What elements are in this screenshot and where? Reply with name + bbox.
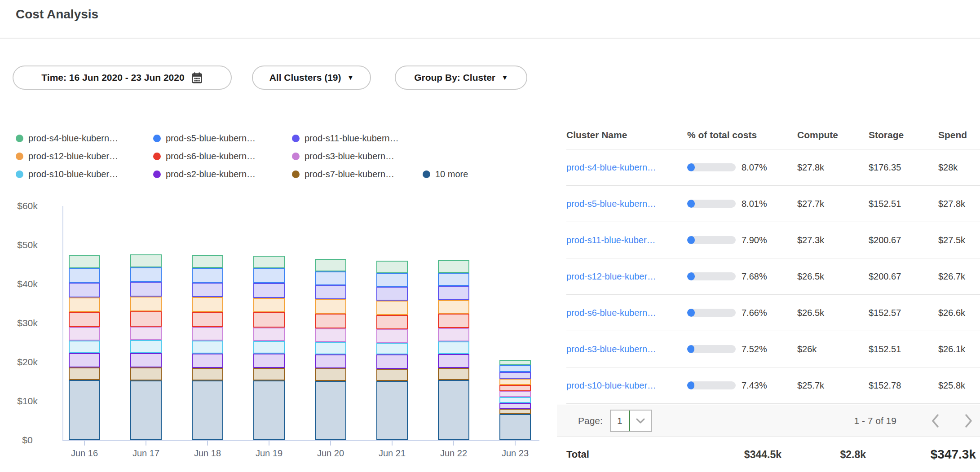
bar-segment[interactable]: [192, 312, 223, 327]
legend-item[interactable]: prod-s4-blue-kubern…: [16, 133, 153, 144]
bar-segment[interactable]: [192, 283, 223, 297]
bar-segment[interactable]: [376, 301, 408, 315]
bar-jun-18[interactable]: [192, 255, 223, 440]
cluster-name-link[interactable]: prod-s6-blue-kubern…: [566, 308, 687, 318]
bar-segment[interactable]: [130, 311, 162, 327]
bar-segment[interactable]: [315, 314, 346, 328]
bar-segment[interactable]: [69, 283, 100, 297]
legend-item[interactable]: prod-s2-blue-kubern…: [153, 169, 292, 179]
bar-segment[interactable]: [499, 385, 531, 392]
bar-segment[interactable]: [376, 329, 408, 343]
bar-jun-22[interactable]: [438, 260, 469, 440]
bar-segment[interactable]: [130, 267, 162, 282]
bar-segment[interactable]: [376, 369, 408, 381]
bar-segment[interactable]: [438, 354, 469, 368]
bar-segment[interactable]: [438, 273, 469, 286]
bar-segment[interactable]: [130, 327, 162, 340]
bar-segment[interactable]: [253, 380, 285, 440]
bar-segment[interactable]: [192, 327, 223, 341]
bar-segment[interactable]: [376, 273, 408, 287]
bar-segment[interactable]: [376, 261, 408, 273]
bar-jun-19[interactable]: [253, 256, 285, 440]
bar-jun-20[interactable]: [315, 259, 346, 440]
cluster-name-link[interactable]: prod-s11-blue-kuber…: [566, 235, 687, 245]
legend-item[interactable]: prod-s5-blue-kubern…: [153, 133, 292, 144]
bar-segment[interactable]: [499, 372, 531, 379]
bar-segment[interactable]: [253, 354, 285, 368]
bar-segment[interactable]: [376, 287, 408, 301]
bar-segment[interactable]: [69, 255, 100, 269]
bar-segment[interactable]: [69, 312, 100, 327]
cluster-name-link[interactable]: prod-s10-blue-kuber…: [566, 380, 687, 391]
bar-segment[interactable]: [69, 297, 100, 312]
bar-segment[interactable]: [315, 354, 346, 368]
bar-segment[interactable]: [438, 328, 469, 341]
legend-item[interactable]: prod-s7-blue-kubern…: [292, 169, 423, 179]
next-page-button[interactable]: [964, 413, 974, 428]
bar-jun-16[interactable]: [69, 255, 100, 440]
previous-page-button[interactable]: [930, 413, 940, 428]
bar-segment[interactable]: [315, 368, 346, 381]
bar-segment[interactable]: [499, 414, 531, 440]
bar-segment[interactable]: [376, 381, 408, 440]
bar-segment[interactable]: [130, 380, 162, 440]
bar-segment[interactable]: [192, 368, 223, 380]
bar-segment[interactable]: [438, 341, 469, 354]
time-range-button[interactable]: Time: 16 Jun 2020 - 23 Jun 2020: [13, 66, 232, 90]
group-by-dropdown[interactable]: Group By: Cluster ▼: [395, 66, 527, 90]
bar-segment[interactable]: [499, 365, 531, 372]
clusters-dropdown[interactable]: All Clusters (19) ▼: [252, 66, 371, 90]
bar-segment[interactable]: [315, 271, 346, 285]
bar-segment[interactable]: [192, 268, 223, 282]
bar-segment[interactable]: [315, 381, 346, 440]
bar-segment[interactable]: [130, 353, 162, 367]
page-select[interactable]: 1: [610, 410, 652, 432]
legend-item[interactable]: prod-s10-blue-kuber…: [16, 169, 153, 179]
bar-segment[interactable]: [69, 268, 100, 283]
bar-jun-21[interactable]: [376, 261, 408, 440]
bar-segment[interactable]: [499, 403, 531, 409]
cluster-name-link[interactable]: prod-s3-blue-kubern…: [566, 344, 687, 354]
bar-segment[interactable]: [130, 254, 162, 267]
bar-jun-23[interactable]: [499, 360, 531, 440]
bar-segment[interactable]: [315, 259, 346, 272]
bar-segment[interactable]: [130, 340, 162, 353]
bar-segment[interactable]: [253, 312, 285, 328]
bar-segment[interactable]: [499, 409, 531, 414]
bar-segment[interactable]: [192, 297, 223, 312]
bar-segment[interactable]: [69, 327, 100, 341]
legend-item[interactable]: 10 more: [423, 169, 468, 179]
bar-segment[interactable]: [499, 360, 531, 365]
bar-segment[interactable]: [376, 343, 408, 355]
bar-segment[interactable]: [499, 397, 531, 402]
bar-segment[interactable]: [315, 285, 346, 299]
bar-segment[interactable]: [253, 328, 285, 341]
bar-segment[interactable]: [69, 353, 100, 367]
bar-segment[interactable]: [130, 367, 162, 380]
cluster-name-link[interactable]: prod-s4-blue-kubern…: [566, 162, 687, 173]
bar-segment[interactable]: [192, 341, 223, 354]
bar-segment[interactable]: [376, 354, 408, 368]
legend-item[interactable]: prod-s6-blue-kubern…: [153, 151, 292, 162]
bar-segment[interactable]: [192, 255, 223, 268]
bar-segment[interactable]: [253, 298, 285, 312]
cluster-name-link[interactable]: prod-s12-blue-kuber…: [566, 271, 687, 282]
bar-segment[interactable]: [315, 328, 346, 342]
bar-segment[interactable]: [69, 367, 100, 380]
bar-segment[interactable]: [438, 286, 469, 300]
bar-segment[interactable]: [376, 315, 408, 329]
bar-segment[interactable]: [438, 300, 469, 314]
legend-item[interactable]: prod-s12-blue-kuber…: [16, 151, 153, 162]
bar-segment[interactable]: [438, 380, 469, 440]
bar-segment[interactable]: [69, 341, 100, 353]
bar-jun-17[interactable]: [130, 254, 162, 440]
bar-segment[interactable]: [253, 283, 285, 297]
bar-segment[interactable]: [438, 368, 469, 380]
bar-segment[interactable]: [438, 260, 469, 273]
legend-item[interactable]: prod-s3-blue-kubern…: [292, 151, 423, 162]
cluster-name-link[interactable]: prod-s5-blue-kubern…: [566, 199, 687, 209]
bar-segment[interactable]: [499, 391, 531, 397]
bar-segment[interactable]: [253, 256, 285, 269]
bar-segment[interactable]: [253, 368, 285, 380]
bar-segment[interactable]: [315, 299, 346, 314]
